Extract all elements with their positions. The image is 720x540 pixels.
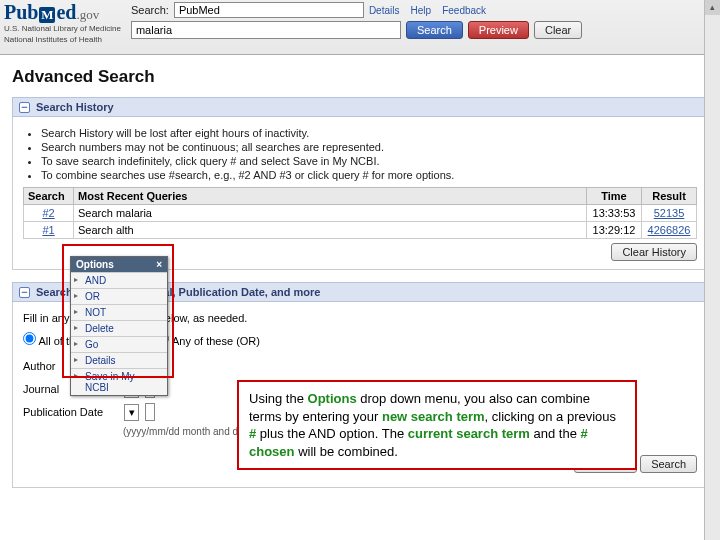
vertical-scrollbar[interactable]: ▴ [704,0,720,540]
site-header: PubMed.gov U.S. National Library of Medi… [0,0,720,55]
history-note: To save search indefinitely, click query… [41,155,697,167]
clear-history-button[interactable]: Clear History [611,243,697,261]
history-panel-body: Search History will be lost after eight … [12,117,708,270]
logo-ed: ed [56,1,76,23]
logo-sub1: U.S. National Library of Medicine [4,25,121,34]
page-title: Advanced Search [12,67,708,87]
history-note: Search History will be lost after eight … [41,127,697,139]
history-query-text: Search malaria [74,205,587,222]
history-query-num[interactable]: #1 [42,224,54,236]
options-item-go[interactable]: Go [71,336,167,352]
search-label: Search: [131,4,169,16]
options-item-and[interactable]: AND [71,272,167,288]
radio-all[interactable] [23,332,36,345]
history-header-row: Search Most Recent Queries Time Result [24,188,697,205]
details-link[interactable]: Details [369,5,400,16]
history-time: 13:29:12 [587,222,642,239]
search-zone: Search: PubMed Details Help Feedback Sea… [131,2,716,39]
builder-search-button[interactable]: Search [640,455,697,473]
history-result-link[interactable]: 4266826 [648,224,691,236]
history-title: Search History [36,101,114,113]
annotation-callout: Using the Options drop down menu, you al… [237,380,637,470]
search-button[interactable]: Search [406,21,463,39]
table-row: #2 Search malaria 13:33:53 52135 [24,205,697,222]
options-item-not[interactable]: NOT [71,304,167,320]
feedback-link[interactable]: Feedback [442,5,486,16]
options-item-save[interactable]: Save in My NCBI [71,368,167,395]
help-link[interactable]: Help [411,5,432,16]
history-note: Search numbers may not be continuous; al… [41,141,697,153]
history-result-link[interactable]: 52135 [654,207,685,219]
history-table: Search Most Recent Queries Time Result #… [23,187,697,239]
options-item-or[interactable]: OR [71,288,167,304]
logo-gov: .gov [76,7,99,22]
preview-button[interactable]: Preview [468,21,529,39]
history-query-num[interactable]: #2 [42,207,54,219]
collapse-icon[interactable]: − [19,287,30,298]
search-input[interactable] [131,21,401,39]
col-query: Most Recent Queries [74,188,587,205]
options-item-details[interactable]: Details [71,352,167,368]
close-icon[interactable]: × [156,259,162,270]
logo-block: PubMed.gov U.S. National Library of Medi… [4,2,121,45]
scroll-up-icon[interactable]: ▴ [705,0,720,15]
search-scope-select[interactable]: PubMed [174,2,364,18]
header-links: Details Help Feedback [369,4,494,16]
col-search: Search [24,188,74,205]
clear-button[interactable]: Clear [534,21,582,39]
options-item-delete[interactable]: Delete [71,320,167,336]
col-time: Time [587,188,642,205]
history-note: To combine searches use #search, e.g., #… [41,169,697,181]
pubdate-label: Publication Date [23,406,118,418]
radio-any-label[interactable]: Any of these (OR) [156,332,260,347]
callout-kw-current: current search term [408,426,530,441]
pubdate-input[interactable] [145,403,155,421]
col-result: Result [642,188,697,205]
logo-sub2: National Institutes of Health [4,36,121,45]
logo-pub: Pub [4,1,38,23]
history-query-text: Search alth [74,222,587,239]
history-time: 13:33:53 [587,205,642,222]
options-list: AND OR NOT Delete Go Details Save in My … [71,272,167,395]
history-notes: Search History will be lost after eight … [41,127,697,181]
options-dropdown: Options × AND OR NOT Delete Go Details S… [70,256,168,396]
table-row: #1 Search alth 13:29:12 4266826 [24,222,697,239]
logo-cube-icon: M [39,7,55,23]
callout-kw-options: Options [308,391,357,406]
history-panel-header[interactable]: − Search History [12,97,708,117]
collapse-icon[interactable]: − [19,102,30,113]
pubmed-logo[interactable]: PubMed.gov [4,2,121,23]
options-title-bar: Options × [71,257,167,272]
callout-kw-new: new search term [382,409,485,424]
options-title: Options [76,259,114,270]
pubdate-select[interactable]: ▾ [124,404,139,421]
